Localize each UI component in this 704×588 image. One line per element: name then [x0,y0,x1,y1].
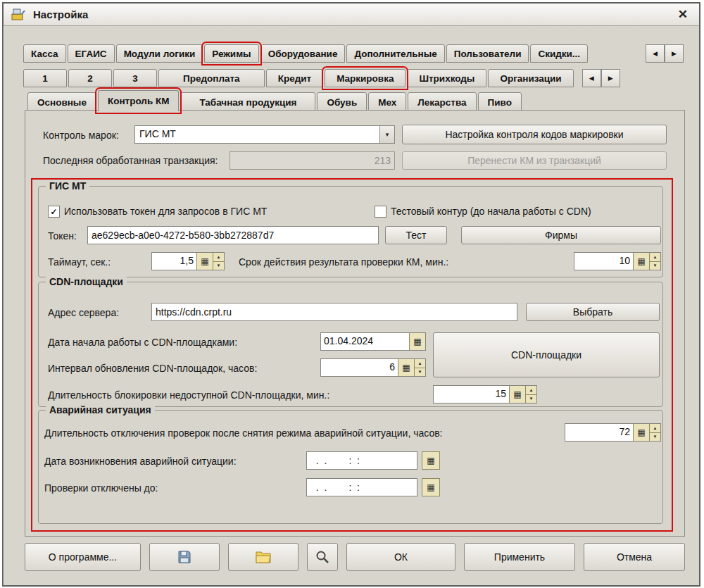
spin-arrows: ▲ ▼ [213,253,224,270]
dropdown-arrow-icon[interactable]: ▼ [379,126,394,143]
tab-row-3: Основные Контроль КМ Табачная продукция … [27,90,682,111]
tab-scroll-2: ◀ ▶ [582,69,620,87]
choose-server-button[interactable]: Выбрать [526,303,660,321]
tab-moduli-logiki[interactable]: Модули логики [116,44,203,63]
spin-down-icon[interactable]: ▼ [213,262,224,270]
last-transaction-field: 213 [230,151,395,170]
calculator-icon[interactable]: ▦ [633,424,649,441]
mark-control-combo[interactable]: ГИС МТ ▼ [134,125,395,144]
app-icon [11,7,27,23]
spin-down-icon[interactable]: ▼ [650,433,660,442]
about-button[interactable]: О программе... [25,543,141,571]
tab-pivo[interactable]: Пиво [478,92,522,111]
tab-markirovka[interactable]: Маркировка [325,69,406,87]
tab-1[interactable]: 1 [23,69,67,87]
mark-control-label: Контроль марок: [43,130,119,141]
km-check-ttl-label: Срок действия результата проверки КМ, ми… [239,256,448,268]
spin-up-icon[interactable]: ▲ [650,253,660,262]
search-button[interactable] [307,543,338,571]
cdn-start-date-field[interactable]: 01.04.2024 ▦ [320,332,426,351]
settings-window: Настройка ✕ Касса ЕГАИС Модули логики Ре… [2,2,700,587]
mark-control-value: ГИС МТ [135,126,379,143]
group-gis-mt-legend: ГИС МТ [46,180,89,192]
cdn-block-duration-label: Длительность блокировки недоступной CDN-… [48,389,329,401]
tab-egais[interactable]: ЕГАИС [68,44,115,63]
open-folder-button[interactable] [228,543,298,571]
group-emergency-legend: Аварийная ситуация [46,404,155,415]
tab-tabachnaya-produkcia[interactable]: Табачная продукция [180,92,315,111]
tab-scroll-right-icon[interactable]: ▶ [665,44,684,63]
tab-dopolnitelnye[interactable]: Дополнительные [346,44,444,63]
emergency-off-duration-spinner[interactable]: 72 ▦ ▲ ▼ [565,423,661,442]
tab-osnovnye[interactable]: Основные [27,92,96,111]
tab-polzovateli[interactable]: Пользователи [446,44,529,63]
cdn-interval-value: 6 [321,359,398,376]
spin-up-icon[interactable]: ▲ [415,359,425,368]
spin-down-icon[interactable]: ▼ [415,368,425,377]
tab-scroll-left-icon[interactable]: ◀ [646,44,665,63]
cdn-block-duration-spinner[interactable]: 15 ▦ ▲ ▼ [433,385,537,404]
use-token-checkbox-label[interactable]: Использовать токен для запросов в ГИС МТ [64,206,267,217]
cdn-interval-spinner[interactable]: 6 ▦ ▲ ▼ [320,358,426,377]
spin-up-icon[interactable]: ▲ [526,386,536,395]
tab-scroll-right-icon[interactable]: ▶ [601,69,620,87]
last-transaction-label: Последняя обработанная транзакция: [43,155,218,166]
tab-organizacii[interactable]: Организации [488,69,573,87]
emergency-start-date-field[interactable]: . . : : [306,451,417,470]
tab-3[interactable]: 3 [113,69,157,87]
spin-up-icon[interactable]: ▲ [213,253,224,262]
spin-arrows: ▲ ▼ [649,253,660,270]
tab-scroll-1: ◀ ▶ [646,44,684,63]
tab-meh[interactable]: Мех [368,92,406,111]
calculator-icon[interactable]: ▦ [509,386,525,403]
tab-skidki[interactable]: Скидки... [530,44,588,63]
firms-button[interactable]: Фирмы [461,226,661,244]
calculator-icon[interactable]: ▦ [398,359,414,376]
timeout-spinner[interactable]: 1,5 ▦ ▲ ▼ [151,252,225,270]
calculator-icon[interactable]: ▦ [196,253,213,270]
mark-control-settings-button[interactable]: Настройка контроля кодов маркировки [402,125,667,144]
emergency-start-date-label: Дата возникновения аварийной ситуации: [44,456,237,467]
token-input[interactable]: ae629ecb-a0e0-4272-b580-3bb272887d7 [87,226,379,244]
tab-kassa[interactable]: Касса [23,44,66,63]
tab-page-kontrol-km: Контроль марок: ГИС МТ ▼ Настройка контр… [25,110,685,537]
cdn-start-date-label: Дата начала работы с CDN-площадками: [48,337,237,348]
close-button[interactable]: ✕ [674,7,692,22]
use-token-checkbox[interactable]: ✓ [48,206,60,218]
km-check-ttl-spinner[interactable]: 10 ▦ ▲ ▼ [574,252,661,270]
tab-obuv[interactable]: Обувь [317,92,367,111]
spin-up-icon[interactable]: ▲ [650,424,660,433]
tab-kredit[interactable]: Кредит [266,69,323,87]
apply-button[interactable]: Применить [464,543,575,571]
spin-down-icon[interactable]: ▼ [650,262,660,270]
tab-rezhimy[interactable]: Режимы [204,44,258,63]
test-contour-checkbox[interactable] [375,206,386,218]
tab-shtrihkody[interactable]: Штрихкоды [407,69,486,87]
tab-oborudovanie[interactable]: Оборудование [260,44,346,63]
ok-button[interactable]: ОК [346,543,455,571]
tab-predoplata[interactable]: Предоплата [158,69,265,87]
tab-scroll-left-icon[interactable]: ◀ [582,69,601,87]
test-contour-checkbox-label[interactable]: Тестовый контур (до начала работы с CDN) [391,206,591,217]
calculator-icon[interactable]: ▦ [633,253,649,270]
server-address-input[interactable]: https://cdn.crpt.ru [151,303,517,321]
calendar-icon[interactable]: ▦ [409,333,425,350]
emergency-off-duration-label: Длительность отключения проверок после с… [44,427,443,439]
checks-disabled-until-field[interactable]: . . : : [306,478,417,496]
spin-arrows: ▲ ▼ [649,424,660,441]
calendar-icon-button[interactable]: ▦ [422,478,440,496]
floppy-icon [177,549,192,565]
tab-row-1: Касса ЕГАИС Модули логики Режимы Оборудо… [23,42,684,63]
cdn-sites-button[interactable]: CDN-площадки [433,332,660,377]
spin-down-icon[interactable]: ▼ [526,395,536,404]
tab-kontrol-km[interactable]: Контроль КМ [98,90,180,111]
screen: Настройка ✕ Касса ЕГАИС Модули логики Ре… [0,0,704,588]
test-button[interactable]: Тест [385,226,447,244]
group-gis-mt: ГИС МТ ✓ Использовать токен для запросов… [38,186,663,277]
tab-2[interactable]: 2 [68,69,112,87]
calendar-icon-button[interactable]: ▦ [422,451,440,470]
cancel-button[interactable]: Отмена [584,543,685,571]
save-button[interactable] [149,543,220,571]
cdn-start-date-value: 01.04.2024 [321,333,409,350]
tab-lekarstva[interactable]: Лекарства [408,92,476,111]
